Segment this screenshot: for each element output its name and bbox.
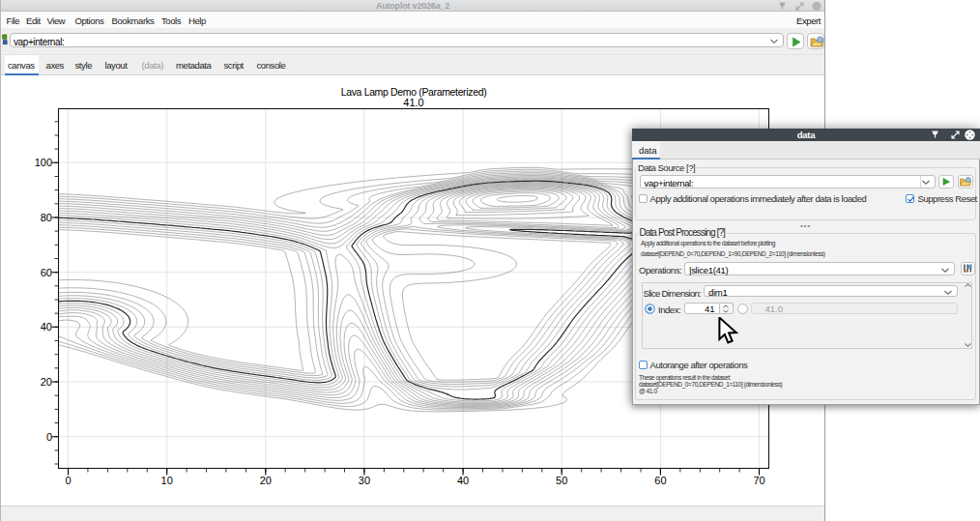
svg-text:41.0: 41.0 [403,97,423,108]
svg-text:20: 20 [41,376,52,388]
svg-text:100: 100 [35,157,52,168]
svg-text:70: 70 [753,475,764,486]
svg-text:10: 10 [161,475,173,486]
svg-text:30: 30 [359,475,370,486]
svg-text:60: 60 [654,475,666,486]
svg-text:40: 40 [41,321,52,333]
svg-text:40: 40 [457,475,469,486]
svg-text:0: 0 [46,431,52,443]
svg-text:80: 80 [41,212,52,223]
svg-text:0: 0 [65,475,71,486]
svg-text:50: 50 [556,475,567,486]
svg-text:60: 60 [41,267,52,278]
svg-text:20: 20 [260,475,272,486]
